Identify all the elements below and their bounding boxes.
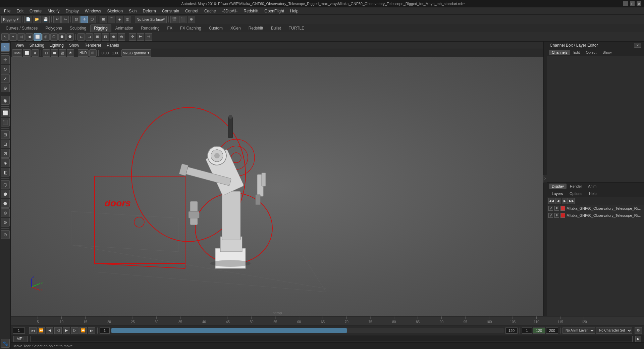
vp-wire-button[interactable]: ◻ (43, 49, 50, 57)
open-scene-button[interactable]: 📂 (33, 16, 41, 23)
minimize-button[interactable]: ─ (623, 1, 628, 6)
menu-modify[interactable]: Modify (45, 8, 62, 14)
lasso-button[interactable]: ⬡ (89, 16, 96, 23)
rp-close-button[interactable]: ✕ (634, 43, 641, 48)
tool-manip2[interactable]: ⊐ (86, 33, 93, 41)
script-run-button[interactable]: ▶ (635, 336, 641, 342)
layer-prev-left[interactable]: ◀◀ (548, 198, 554, 204)
tool-extra2[interactable]: ⬢ (1, 190, 10, 198)
mode-dropdown[interactable]: Rigging ▾ (1, 16, 20, 23)
menu-redshift[interactable]: Redshift (241, 8, 261, 14)
tool-move[interactable]: ◎ (42, 33, 50, 41)
layer-p-0[interactable]: P (554, 206, 559, 211)
tab-rendering[interactable]: Rendering (137, 24, 163, 32)
menu-deform[interactable]: Deform (140, 8, 159, 14)
lt-help[interactable]: Help (586, 191, 599, 196)
display-options-button[interactable]: ⊕ (188, 16, 195, 23)
settings-button[interactable]: ⚙ (635, 327, 642, 334)
save-scene-button[interactable]: 💾 (42, 16, 50, 23)
tool-manip1[interactable]: ⊏ (77, 33, 85, 41)
transport-next-key[interactable]: ▷ (71, 327, 78, 334)
tab-fx-caching[interactable]: FX Caching (176, 24, 205, 32)
tool-extra1[interactable]: ⬡ (1, 180, 10, 189)
vp-hud-button[interactable]: HUD (78, 49, 89, 57)
tool-snap3-left[interactable]: ⊠ (1, 149, 10, 158)
ipr-button[interactable]: ⬛ (179, 16, 187, 23)
tool-bracket2[interactable]: ⊣ (145, 33, 152, 41)
tool-manip4[interactable]: ⊟ (102, 33, 109, 41)
tool-snap2-left[interactable]: ⊡ (1, 140, 10, 148)
tab-bullet[interactable]: Bullet (267, 24, 285, 32)
playback-end-input[interactable] (546, 328, 558, 334)
vp-light-button[interactable]: ☀ (67, 49, 74, 57)
snap-curve-button[interactable]: ⌒ (108, 16, 115, 23)
vp-menu-panels[interactable]: Panels (105, 42, 121, 48)
layer-v-0[interactable]: V (548, 206, 553, 211)
menu-skeleton[interactable]: Skeleton (104, 8, 125, 14)
menu-skin[interactable]: Skin (126, 8, 139, 14)
menu-help[interactable]: Help (287, 8, 301, 14)
new-scene-button[interactable]: 📄 (24, 16, 32, 23)
vp-gate-button[interactable]: ⊞ (89, 49, 97, 57)
anim-layer-dropdown[interactable]: No Anim Layer (562, 328, 595, 334)
vp-texture-button[interactable]: ▨ (59, 49, 66, 57)
script-input[interactable] (31, 336, 633, 342)
tool-manip3[interactable]: ⊞ (94, 33, 101, 41)
cb-tab-channels[interactable]: Channels (549, 50, 570, 55)
tool-snap4-left[interactable]: ◈ (1, 158, 10, 167)
cb-tab-object[interactable]: Object (583, 50, 599, 55)
tab-curves-surfaces[interactable]: Curves / Surfaces (2, 24, 41, 32)
tool-soft-sel[interactable]: ◀ (25, 33, 33, 41)
tool-bottom[interactable]: 🐾 (1, 339, 10, 348)
tool-lasso[interactable]: ⌖ (9, 33, 17, 41)
tool-hide-left[interactable]: ⬛ (1, 118, 10, 127)
snap-grid-button[interactable]: ⊞ (100, 16, 107, 23)
viewport-canvas[interactable]: Y X Z doors persp (11, 57, 543, 316)
tool-show-left[interactable]: ⬜ (1, 108, 10, 117)
tab-redshift[interactable]: Redshift (245, 24, 267, 32)
tool-scale-left[interactable]: ⤢ (1, 74, 10, 83)
vp-grid-button[interactable]: # (32, 49, 39, 57)
undo-button[interactable]: ↩ (53, 16, 61, 23)
tool-select-left[interactable]: ↖ (1, 43, 10, 52)
script-mode-indicator[interactable]: MEL (13, 336, 28, 342)
menu-control[interactable]: Control (182, 8, 201, 14)
tool-snap1-left[interactable]: ⊞ (1, 130, 10, 139)
cb-tab-edit[interactable]: Edit (571, 50, 582, 55)
tool-move-left[interactable]: ✛ (1, 55, 10, 64)
menu-cache[interactable]: Cache (202, 8, 219, 14)
move-mode-button[interactable]: ✛ (80, 16, 88, 23)
tool-paint[interactable]: ◁ (17, 33, 25, 41)
live-surface-dropdown[interactable]: No Live Surface ▾ (135, 16, 166, 23)
snap-point-button[interactable]: ◈ (116, 16, 123, 23)
redo-button[interactable]: ↪ (61, 16, 69, 23)
timeline-ruler[interactable]: 5101520253035404550556065707580859095100… (11, 316, 644, 326)
tool-extra3[interactable]: ⬣ (1, 199, 10, 208)
tool-extra4[interactable]: ⊛ (1, 208, 10, 217)
layer-next[interactable]: ▶ (562, 198, 568, 204)
cb-tab-show[interactable]: Show (600, 50, 614, 55)
close-button[interactable]: ✕ (637, 1, 641, 6)
vp-menu-renderer[interactable]: Renderer (83, 42, 103, 48)
tool-extra5[interactable]: ⊜ (1, 218, 10, 227)
character-set-dropdown[interactable]: No Character Set (596, 328, 632, 334)
tool-universal[interactable]: ⬣ (66, 33, 74, 41)
snap-surface-button[interactable]: ◫ (124, 16, 131, 23)
tab-turtle[interactable]: TURTLE (285, 24, 308, 32)
dt-render[interactable]: Render (567, 184, 585, 189)
tab-xgen[interactable]: XGen (227, 24, 245, 32)
menu-create[interactable]: Create (27, 8, 44, 14)
transport-ff[interactable]: ⏭ (88, 327, 95, 334)
vp-gamma-dropdown[interactable]: sRGB gamma ▾ (121, 49, 151, 57)
vp-menu-show[interactable]: Show (67, 42, 81, 48)
current-frame-input[interactable] (13, 328, 25, 334)
transport-step-fwd[interactable]: ⏩ (79, 327, 87, 334)
lt-options[interactable]: Options (567, 191, 585, 196)
tool-soft-left[interactable]: ◉ (1, 96, 10, 105)
dt-display[interactable]: Display (549, 184, 567, 189)
tool-rig1[interactable]: ⊝ (1, 230, 10, 239)
layer-next-right[interactable]: ▶▶ (569, 198, 575, 204)
tab-custom[interactable]: Custom (205, 24, 226, 32)
dt-anim[interactable]: Anim (585, 184, 599, 189)
menu-openflight[interactable]: OpenFlight (262, 8, 287, 14)
